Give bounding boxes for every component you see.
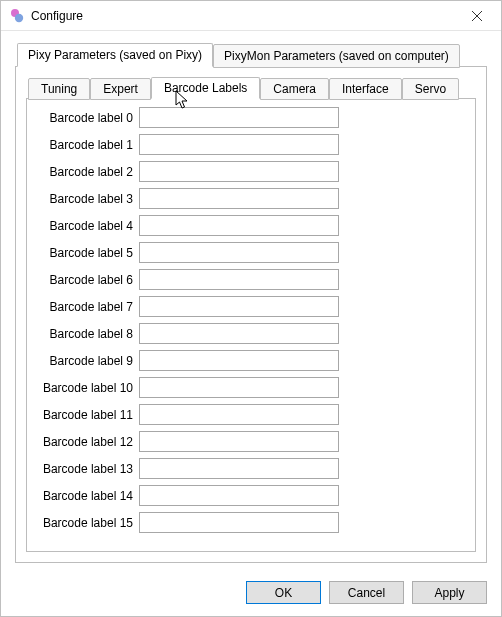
- field-label: Barcode label 11: [35, 408, 133, 422]
- field-row: Barcode label 3: [35, 188, 465, 209]
- ok-button[interactable]: OK: [246, 581, 321, 604]
- barcode-label-7-input[interactable]: [139, 296, 339, 317]
- field-label: Barcode label 10: [35, 381, 133, 395]
- field-label: Barcode label 2: [35, 165, 133, 179]
- barcode-label-14-input[interactable]: [139, 485, 339, 506]
- field-label: Barcode label 3: [35, 192, 133, 206]
- tab-pixymon-parameters[interactable]: PixyMon Parameters (saved on computer): [213, 44, 460, 68]
- field-label: Barcode label 9: [35, 354, 133, 368]
- tab-servo[interactable]: Servo: [402, 78, 459, 100]
- barcode-label-13-input[interactable]: [139, 458, 339, 479]
- barcode-label-0-input[interactable]: [139, 107, 339, 128]
- cancel-button[interactable]: Cancel: [329, 581, 404, 604]
- barcode-label-8-input[interactable]: [139, 323, 339, 344]
- field-label: Barcode label 0: [35, 111, 133, 125]
- barcode-label-2-input[interactable]: [139, 161, 339, 182]
- barcode-label-3-input[interactable]: [139, 188, 339, 209]
- barcode-label-6-input[interactable]: [139, 269, 339, 290]
- inner-tab-strip: Tuning Expert Barcode Labels Camera Inte…: [26, 77, 476, 99]
- tab-interface[interactable]: Interface: [329, 78, 402, 100]
- tab-expert[interactable]: Expert: [90, 78, 151, 100]
- field-row: Barcode label 1: [35, 134, 465, 155]
- field-label: Barcode label 12: [35, 435, 133, 449]
- window-title: Configure: [31, 9, 454, 23]
- tab-barcode-labels[interactable]: Barcode Labels: [151, 77, 260, 99]
- field-label: Barcode label 8: [35, 327, 133, 341]
- field-row: Barcode label 6: [35, 269, 465, 290]
- barcode-label-10-input[interactable]: [139, 377, 339, 398]
- outer-tabs: Pixy Parameters (saved on Pixy) PixyMon …: [15, 43, 487, 563]
- field-row: Barcode label 14: [35, 485, 465, 506]
- field-label: Barcode label 5: [35, 246, 133, 260]
- field-row: Barcode label 4: [35, 215, 465, 236]
- field-row: Barcode label 8: [35, 323, 465, 344]
- barcode-label-1-input[interactable]: [139, 134, 339, 155]
- field-label: Barcode label 14: [35, 489, 133, 503]
- outer-tab-strip: Pixy Parameters (saved on Pixy) PixyMon …: [15, 43, 487, 67]
- button-bar: OK Cancel Apply: [1, 571, 501, 616]
- outer-panel: Tuning Expert Barcode Labels Camera Inte…: [15, 66, 487, 563]
- apply-button[interactable]: Apply: [412, 581, 487, 604]
- close-icon: [472, 11, 482, 21]
- barcode-label-4-input[interactable]: [139, 215, 339, 236]
- field-label: Barcode label 6: [35, 273, 133, 287]
- barcode-label-9-input[interactable]: [139, 350, 339, 371]
- tab-pixy-parameters[interactable]: Pixy Parameters (saved on Pixy): [17, 43, 213, 67]
- close-button[interactable]: [454, 2, 499, 30]
- svg-point-1: [15, 13, 23, 21]
- inner-panel: Barcode label 0 Barcode label 1 Barcode …: [26, 98, 476, 552]
- field-row: Barcode label 0: [35, 107, 465, 128]
- field-label: Barcode label 15: [35, 516, 133, 530]
- field-label: Barcode label 4: [35, 219, 133, 233]
- field-row: Barcode label 11: [35, 404, 465, 425]
- tab-camera[interactable]: Camera: [260, 78, 329, 100]
- field-row: Barcode label 10: [35, 377, 465, 398]
- field-row: Barcode label 9: [35, 350, 465, 371]
- field-label: Barcode label 13: [35, 462, 133, 476]
- field-label: Barcode label 1: [35, 138, 133, 152]
- dialog-content: Pixy Parameters (saved on Pixy) PixyMon …: [1, 31, 501, 571]
- configure-dialog: Configure Pixy Parameters (saved on Pixy…: [0, 0, 502, 617]
- titlebar: Configure: [1, 1, 501, 31]
- field-row: Barcode label 5: [35, 242, 465, 263]
- field-row: Barcode label 7: [35, 296, 465, 317]
- field-row: Barcode label 2: [35, 161, 465, 182]
- barcode-label-11-input[interactable]: [139, 404, 339, 425]
- app-icon: [9, 8, 25, 24]
- barcode-label-12-input[interactable]: [139, 431, 339, 452]
- barcode-label-15-input[interactable]: [139, 512, 339, 533]
- field-row: Barcode label 13: [35, 458, 465, 479]
- field-row: Barcode label 12: [35, 431, 465, 452]
- field-label: Barcode label 7: [35, 300, 133, 314]
- barcode-label-5-input[interactable]: [139, 242, 339, 263]
- tab-tuning[interactable]: Tuning: [28, 78, 90, 100]
- field-row: Barcode label 15: [35, 512, 465, 533]
